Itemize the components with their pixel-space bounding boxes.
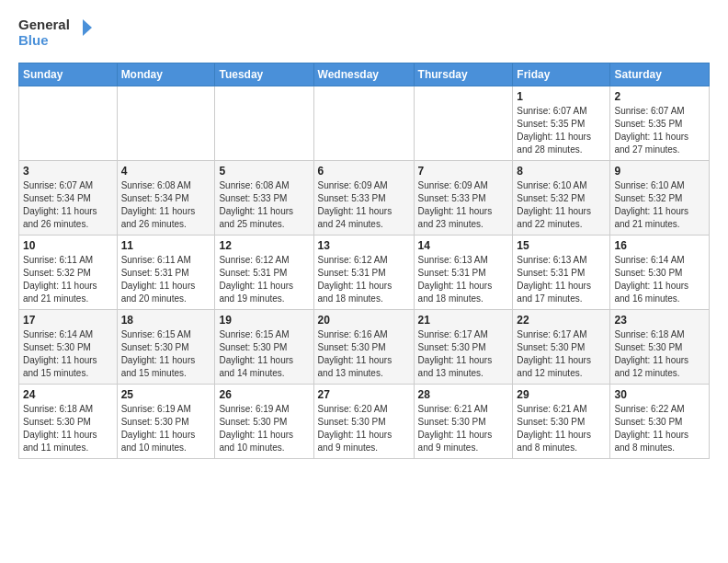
day-number: 15 bbox=[517, 239, 606, 252]
calendar-cell: 20Sunrise: 6:16 AM Sunset: 5:30 PM Dayli… bbox=[313, 310, 414, 385]
calendar-cell: 10Sunrise: 6:11 AM Sunset: 5:32 PM Dayli… bbox=[19, 236, 118, 310]
day-of-week-header: Saturday bbox=[610, 63, 710, 86]
day-of-week-header: Tuesday bbox=[215, 63, 313, 86]
day-info: Sunrise: 6:10 AM Sunset: 5:32 PM Dayligh… bbox=[517, 179, 606, 231]
calendar-cell: 12Sunrise: 6:12 AM Sunset: 5:31 PM Dayli… bbox=[215, 236, 313, 310]
svg-marker-2 bbox=[83, 19, 92, 36]
day-number: 13 bbox=[318, 239, 410, 252]
calendar-cell bbox=[215, 86, 313, 161]
day-info: Sunrise: 6:14 AM Sunset: 5:30 PM Dayligh… bbox=[614, 254, 705, 305]
calendar-cell: 1Sunrise: 6:07 AM Sunset: 5:35 PM Daylig… bbox=[513, 86, 610, 161]
day-of-week-header: Sunday bbox=[19, 63, 118, 86]
calendar-cell: 23Sunrise: 6:18 AM Sunset: 5:30 PM Dayli… bbox=[610, 310, 710, 385]
calendar-cell: 19Sunrise: 6:15 AM Sunset: 5:30 PM Dayli… bbox=[215, 310, 313, 385]
logo-svg: General Blue bbox=[18, 15, 92, 53]
calendar-cell bbox=[414, 86, 513, 161]
day-info: Sunrise: 6:18 AM Sunset: 5:30 PM Dayligh… bbox=[614, 328, 705, 380]
day-number: 26 bbox=[219, 388, 309, 401]
calendar-cell: 11Sunrise: 6:11 AM Sunset: 5:31 PM Dayli… bbox=[117, 236, 215, 310]
day-info: Sunrise: 6:07 AM Sunset: 5:34 PM Dayligh… bbox=[23, 179, 113, 231]
day-number: 7 bbox=[418, 165, 509, 178]
day-number: 22 bbox=[517, 314, 606, 327]
day-number: 30 bbox=[614, 388, 705, 401]
logo: General Blue bbox=[18, 15, 92, 53]
day-info: Sunrise: 6:21 AM Sunset: 5:30 PM Dayligh… bbox=[418, 403, 509, 454]
calendar-cell: 28Sunrise: 6:21 AM Sunset: 5:30 PM Dayli… bbox=[414, 385, 513, 459]
calendar-cell: 9Sunrise: 6:10 AM Sunset: 5:32 PM Daylig… bbox=[610, 161, 710, 236]
calendar-week-row: 24Sunrise: 6:18 AM Sunset: 5:30 PM Dayli… bbox=[19, 385, 710, 459]
day-number: 19 bbox=[219, 314, 309, 327]
calendar-cell: 16Sunrise: 6:14 AM Sunset: 5:30 PM Dayli… bbox=[610, 236, 710, 310]
day-info: Sunrise: 6:19 AM Sunset: 5:30 PM Dayligh… bbox=[121, 403, 211, 454]
calendar-cell: 21Sunrise: 6:17 AM Sunset: 5:30 PM Dayli… bbox=[414, 310, 513, 385]
day-info: Sunrise: 6:14 AM Sunset: 5:30 PM Dayligh… bbox=[23, 328, 113, 380]
day-number: 25 bbox=[121, 388, 211, 401]
calendar-cell: 17Sunrise: 6:14 AM Sunset: 5:30 PM Dayli… bbox=[19, 310, 118, 385]
day-number: 4 bbox=[121, 165, 211, 178]
day-info: Sunrise: 6:17 AM Sunset: 5:30 PM Dayligh… bbox=[418, 328, 509, 380]
day-number: 21 bbox=[418, 314, 509, 327]
calendar-cell: 14Sunrise: 6:13 AM Sunset: 5:31 PM Dayli… bbox=[414, 236, 513, 310]
day-info: Sunrise: 6:13 AM Sunset: 5:31 PM Dayligh… bbox=[517, 254, 606, 305]
day-number: 18 bbox=[121, 314, 211, 327]
calendar-week-row: 3Sunrise: 6:07 AM Sunset: 5:34 PM Daylig… bbox=[19, 161, 710, 236]
calendar-cell: 15Sunrise: 6:13 AM Sunset: 5:31 PM Dayli… bbox=[513, 236, 610, 310]
day-info: Sunrise: 6:16 AM Sunset: 5:30 PM Dayligh… bbox=[318, 328, 410, 380]
day-info: Sunrise: 6:10 AM Sunset: 5:32 PM Dayligh… bbox=[614, 179, 705, 231]
day-info: Sunrise: 6:19 AM Sunset: 5:30 PM Dayligh… bbox=[219, 403, 309, 454]
header: General Blue bbox=[18, 15, 710, 53]
day-number: 20 bbox=[318, 314, 410, 327]
day-info: Sunrise: 6:17 AM Sunset: 5:30 PM Dayligh… bbox=[517, 328, 606, 380]
calendar-cell: 26Sunrise: 6:19 AM Sunset: 5:30 PM Dayli… bbox=[215, 385, 313, 459]
calendar-cell bbox=[313, 86, 414, 161]
calendar-cell: 4Sunrise: 6:08 AM Sunset: 5:34 PM Daylig… bbox=[117, 161, 215, 236]
day-number: 10 bbox=[23, 239, 113, 252]
calendar-cell: 30Sunrise: 6:22 AM Sunset: 5:30 PM Dayli… bbox=[610, 385, 710, 459]
day-of-week-header: Thursday bbox=[414, 63, 513, 86]
day-number: 3 bbox=[23, 165, 113, 178]
day-info: Sunrise: 6:15 AM Sunset: 5:30 PM Dayligh… bbox=[121, 328, 211, 380]
day-info: Sunrise: 6:18 AM Sunset: 5:30 PM Dayligh… bbox=[23, 403, 113, 454]
day-number: 11 bbox=[121, 239, 211, 252]
day-of-week-header: Wednesday bbox=[313, 63, 414, 86]
calendar-cell: 6Sunrise: 6:09 AM Sunset: 5:33 PM Daylig… bbox=[313, 161, 414, 236]
header-row: SundayMondayTuesdayWednesdayThursdayFrid… bbox=[19, 63, 710, 86]
calendar-cell: 13Sunrise: 6:12 AM Sunset: 5:31 PM Dayli… bbox=[313, 236, 414, 310]
day-number: 29 bbox=[517, 388, 606, 401]
day-number: 12 bbox=[219, 239, 309, 252]
svg-text:Blue: Blue bbox=[18, 32, 49, 48]
day-number: 6 bbox=[318, 165, 410, 178]
calendar-cell bbox=[19, 86, 118, 161]
day-info: Sunrise: 6:09 AM Sunset: 5:33 PM Dayligh… bbox=[318, 179, 410, 231]
calendar-cell bbox=[117, 86, 215, 161]
day-info: Sunrise: 6:20 AM Sunset: 5:30 PM Dayligh… bbox=[318, 403, 410, 454]
day-number: 1 bbox=[517, 90, 606, 103]
svg-text:General: General bbox=[18, 17, 70, 32]
calendar-cell: 5Sunrise: 6:08 AM Sunset: 5:33 PM Daylig… bbox=[215, 161, 313, 236]
day-of-week-header: Monday bbox=[117, 63, 215, 86]
day-info: Sunrise: 6:22 AM Sunset: 5:30 PM Dayligh… bbox=[614, 403, 705, 454]
calendar-week-row: 1Sunrise: 6:07 AM Sunset: 5:35 PM Daylig… bbox=[19, 86, 710, 161]
day-number: 27 bbox=[318, 388, 410, 401]
day-number: 8 bbox=[517, 165, 606, 178]
calendar-week-row: 10Sunrise: 6:11 AM Sunset: 5:32 PM Dayli… bbox=[19, 236, 710, 310]
day-info: Sunrise: 6:11 AM Sunset: 5:32 PM Dayligh… bbox=[23, 254, 113, 305]
day-info: Sunrise: 6:11 AM Sunset: 5:31 PM Dayligh… bbox=[121, 254, 211, 305]
day-number: 2 bbox=[614, 90, 705, 103]
day-info: Sunrise: 6:12 AM Sunset: 5:31 PM Dayligh… bbox=[318, 254, 410, 305]
day-info: Sunrise: 6:13 AM Sunset: 5:31 PM Dayligh… bbox=[418, 254, 509, 305]
day-of-week-header: Friday bbox=[513, 63, 610, 86]
day-number: 9 bbox=[614, 165, 705, 178]
calendar-cell: 8Sunrise: 6:10 AM Sunset: 5:32 PM Daylig… bbox=[513, 161, 610, 236]
day-number: 17 bbox=[23, 314, 113, 327]
calendar: SundayMondayTuesdayWednesdayThursdayFrid… bbox=[18, 63, 710, 459]
day-info: Sunrise: 6:07 AM Sunset: 5:35 PM Dayligh… bbox=[517, 105, 606, 156]
calendar-cell: 3Sunrise: 6:07 AM Sunset: 5:34 PM Daylig… bbox=[19, 161, 118, 236]
calendar-cell: 24Sunrise: 6:18 AM Sunset: 5:30 PM Dayli… bbox=[19, 385, 118, 459]
day-number: 23 bbox=[614, 314, 705, 327]
day-info: Sunrise: 6:08 AM Sunset: 5:34 PM Dayligh… bbox=[121, 179, 211, 231]
day-info: Sunrise: 6:08 AM Sunset: 5:33 PM Dayligh… bbox=[219, 179, 309, 231]
calendar-cell: 18Sunrise: 6:15 AM Sunset: 5:30 PM Dayli… bbox=[117, 310, 215, 385]
calendar-cell: 7Sunrise: 6:09 AM Sunset: 5:33 PM Daylig… bbox=[414, 161, 513, 236]
day-number: 28 bbox=[418, 388, 509, 401]
